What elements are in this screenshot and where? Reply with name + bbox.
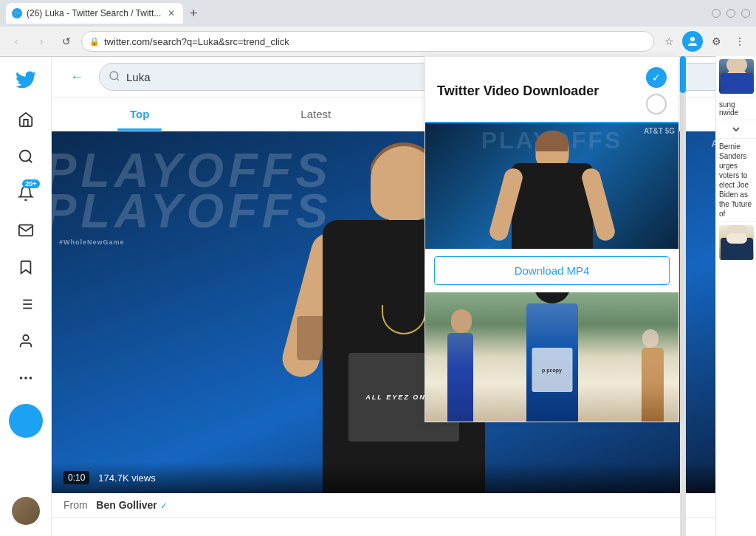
video-views: 174.7K views	[98, 473, 155, 484]
search-back-button[interactable]: ←	[63, 63, 90, 90]
svg-line-14	[117, 78, 119, 80]
trend-item-sanders[interactable]	[716, 222, 756, 263]
panel-scrollbar-thumb[interactable]	[680, 56, 686, 93]
svg-point-1	[19, 151, 30, 162]
more-options-button[interactable]: ⋮	[729, 31, 750, 52]
svg-point-11	[30, 377, 31, 379]
window-minimize-button[interactable]: —	[712, 9, 721, 18]
sidebar-notifications-button[interactable]: 20+	[9, 176, 43, 210]
panel-header: Twitter Video Downloader ✓	[425, 57, 678, 123]
tab-title: (26) Luka - Twitter Search / Twitt...	[27, 8, 161, 18]
twitter-sidebar: 20+	[0, 57, 52, 536]
tab-favicon: 🐦	[12, 8, 22, 18]
browser-titlebar: 🐦 (26) Luka - Twitter Search / Twitt... …	[0, 0, 756, 27]
whole-new-game-text: #WholeNewGame	[59, 238, 125, 246]
download-mp4-button[interactable]: Download MP4	[434, 256, 670, 285]
right-sidebar: sung nwide Bernie Sanders urges voters t…	[715, 56, 756, 536]
panel-att-text: AT&T 5G	[644, 127, 675, 135]
panel-close-area: ✓	[646, 67, 667, 114]
verified-icon: ✓	[160, 501, 168, 511]
tab-close-button[interactable]: ✕	[165, 7, 177, 19]
sidebar-lists-button[interactable]	[9, 287, 43, 321]
panel-circle-empty[interactable]	[646, 94, 667, 114]
window-maximize-button[interactable]: □	[726, 9, 735, 18]
twitter-logo-button[interactable]	[9, 63, 43, 97]
star-button[interactable]: ☆	[659, 31, 679, 52]
sidebar-explore-button[interactable]	[9, 140, 43, 173]
trend-item-biden[interactable]	[716, 56, 756, 97]
sanders-photo	[719, 225, 754, 260]
panel-thumb2-bg: p pcopy	[425, 292, 678, 422]
address-bar[interactable]: 🔒 twitter.com/search?q=Luka&src=trend_cl…	[81, 31, 654, 52]
video-bottom-bar: 0:10 174.7K views	[52, 462, 756, 493]
lock-icon: 🔒	[89, 37, 100, 47]
panel-first-thumbnail: PLAYOFFS AT&T 5G	[425, 123, 678, 249]
search-query-text: Luka	[126, 71, 151, 83]
sidebar-messages-button[interactable]	[9, 213, 43, 247]
trend-text-biden[interactable]: Bernie Sanders urges voters to elect Joe…	[716, 139, 756, 222]
compose-button[interactable]	[9, 404, 43, 438]
tweet-attribution: From Ben Golliver ✓	[52, 493, 756, 518]
notification-badge: 20+	[22, 179, 39, 188]
svg-point-12	[20, 377, 21, 379]
window-controls: — □ ✕	[712, 9, 750, 18]
sidebar-home-button[interactable]	[9, 103, 43, 137]
tab-top[interactable]: Top	[52, 97, 228, 131]
url-text: twitter.com/search?q=Luka&src=trend_clic…	[104, 36, 646, 47]
video-time: 0:10	[63, 471, 89, 484]
reload-button[interactable]: ↺	[56, 31, 77, 52]
sidebar-profile-button[interactable]	[9, 324, 43, 358]
panel-title: Twitter Video Downloader	[437, 83, 599, 99]
extensions-button[interactable]: ⚙	[706, 31, 726, 52]
tweet-author[interactable]: Ben Golliver	[96, 499, 157, 511]
tab-latest[interactable]: Latest	[228, 97, 405, 131]
panel-check-icon[interactable]: ✓	[646, 67, 667, 88]
panel-scrollbar[interactable]	[680, 56, 686, 536]
profile-avatar-button[interactable]	[682, 31, 703, 52]
sidebar-more-button[interactable]	[9, 361, 43, 395]
browser-tab[interactable]: 🐦 (26) Luka - Twitter Search / Twitt... …	[6, 3, 183, 24]
svg-point-9	[23, 335, 28, 340]
back-nav-button[interactable]: ‹	[6, 31, 27, 52]
trend-item-samsung[interactable]: sung nwide	[716, 97, 756, 120]
svg-line-2	[29, 159, 32, 162]
panel-second-thumbnail: p pcopy	[425, 292, 678, 422]
figure-chain	[382, 305, 426, 334]
tweet-from-label: From	[63, 499, 88, 511]
biden-photo	[719, 59, 754, 94]
new-tab-button[interactable]: +	[183, 3, 204, 24]
toolbar-actions: ☆ ⚙ ⋮	[659, 31, 750, 52]
svg-point-10	[25, 377, 27, 379]
window-close-button[interactable]: ✕	[741, 9, 750, 18]
forward-nav-button[interactable]: ›	[31, 31, 52, 52]
overlay-panel: Twitter Video Downloader ✓ PLAYOFFS AT&T…	[425, 56, 679, 422]
panel-thumb-bg: PLAYOFFS AT&T 5G	[425, 123, 678, 249]
svg-point-0	[690, 37, 695, 41]
browser-toolbar: ‹ › ↺ 🔒 twitter.com/search?q=Luka&src=tr…	[0, 27, 756, 56]
sidebar-bookmarks-button[interactable]	[9, 250, 43, 284]
svg-point-13	[110, 72, 118, 80]
trend-chevron[interactable]	[716, 120, 756, 139]
user-avatar-sidebar[interactable]	[12, 497, 40, 525]
search-icon	[109, 70, 120, 84]
